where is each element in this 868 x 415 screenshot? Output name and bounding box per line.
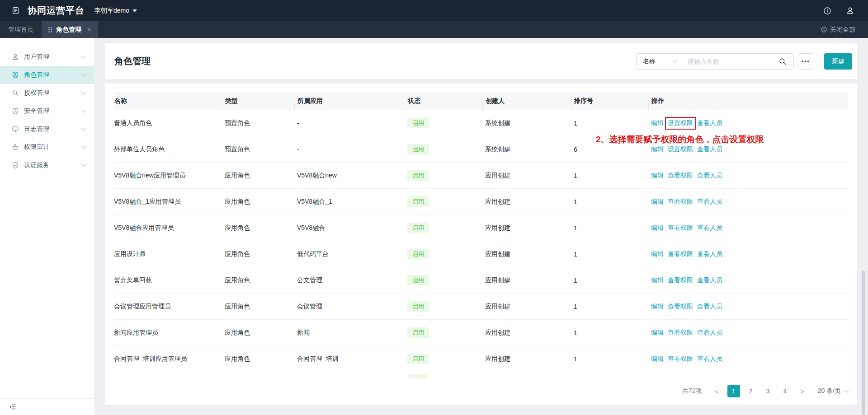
column-header-0: 名称 — [114, 97, 225, 105]
cell-app: V5V8融合_1 — [297, 198, 407, 206]
sidebar-item-2[interactable]: 授权管理 — [0, 84, 94, 102]
action-link[interactable]: 编辑 — [651, 224, 664, 232]
cell-type: 应用角色 — [225, 303, 297, 311]
cell-status: 启用 — [407, 170, 485, 181]
user-menu[interactable]: 李朝军demo — [94, 7, 137, 15]
status-badge: 启用 — [407, 301, 429, 312]
cell-creator: 应用创建 — [485, 329, 574, 337]
cell-actions: 编辑查看权限查看人员 — [651, 172, 848, 180]
chevron-down-icon — [81, 90, 86, 94]
sidebar-item-6[interactable]: 认证服务 — [0, 156, 94, 174]
toolbar-divider — [818, 58, 818, 65]
tab-close-icon[interactable]: ✕ — [87, 26, 92, 33]
next-page-button[interactable]: > — [796, 385, 809, 397]
info-icon[interactable] — [823, 7, 831, 15]
cell-name: 普通人员角色 — [114, 119, 225, 127]
action-link[interactable]: 查看人员 — [697, 145, 722, 154]
cell-app: - — [297, 146, 407, 153]
search-button[interactable] — [771, 54, 793, 69]
collapse-menu-icon[interactable] — [9, 403, 16, 410]
cell-status: 启用 — [407, 196, 485, 207]
action-link[interactable]: 查看权限 — [668, 198, 693, 206]
cell-order: 1 — [574, 329, 651, 336]
tab-home[interactable]: 管理首页 — [0, 21, 42, 38]
action-link[interactable]: 编辑 — [651, 172, 664, 180]
action-link[interactable]: 编辑 — [651, 119, 664, 127]
action-link[interactable]: 编辑 — [651, 329, 664, 337]
action-link[interactable]: 查看人员 — [697, 224, 722, 232]
cell-status: 启用 — [407, 275, 485, 286]
column-header-1: 类型 — [225, 97, 297, 105]
action-link[interactable]: 编辑 — [651, 355, 664, 363]
action-link[interactable]: 查看权限 — [668, 355, 693, 363]
action-link[interactable]: 编辑 — [651, 198, 664, 206]
cell-creator: 应用创建 — [485, 172, 574, 180]
action-link[interactable]: 查看人员 — [697, 119, 722, 127]
action-link[interactable]: 编辑 — [651, 276, 664, 284]
tab-role-management[interactable]: 角色管理 ✕ — [42, 21, 98, 38]
vertical-scrollbar[interactable] — [862, 271, 865, 415]
action-link[interactable]: 设置权限 — [668, 119, 693, 127]
sidebar-item-3[interactable]: 安全管理 — [0, 102, 94, 120]
sidebar-item-1[interactable]: 角色管理 — [0, 66, 94, 84]
cell-actions: 编辑查看权限查看人员 — [651, 355, 848, 363]
chevron-down-icon — [844, 388, 849, 392]
sidebar-item-label: 安全管理 — [24, 107, 82, 115]
search-icon — [778, 57, 787, 65]
create-button[interactable]: 新建 — [824, 53, 852, 70]
sidebar-item-4[interactable]: 日志管理 — [0, 120, 94, 138]
cell-type: 应用角色 — [225, 355, 297, 363]
filter-field-select[interactable]: 名称 — [637, 54, 682, 69]
action-link[interactable]: 查看人员 — [697, 355, 722, 363]
sidebar-item-5[interactable]: 权限审计 — [0, 138, 94, 156]
action-link[interactable]: 查看权限 — [668, 329, 693, 337]
toolbar: 名称 ••• 新建 — [636, 53, 852, 70]
page-button-3[interactable]: 3 — [762, 385, 774, 397]
cell-order: 1 — [574, 224, 651, 232]
action-link[interactable]: 查看权限 — [668, 250, 693, 258]
page-button-2[interactable]: 2 — [745, 385, 757, 397]
status-badge: 启用 — [407, 223, 429, 233]
action-link[interactable]: 编辑 — [651, 145, 664, 154]
column-header-3: 状态 — [407, 97, 485, 105]
action-link[interactable]: 查看人员 — [697, 276, 722, 284]
caret-down-icon — [132, 9, 137, 12]
action-link[interactable]: 设置权限 — [668, 145, 693, 154]
action-link[interactable]: 编辑 — [651, 250, 664, 258]
action-link[interactable]: 查看人员 — [697, 303, 722, 311]
cell-creator: 系统创建 — [485, 119, 574, 127]
cell-actions: 编辑查看权限查看人员 — [651, 250, 848, 258]
cell-app: 合同管理_培训 — [297, 355, 407, 363]
table-row: 暂弃菜单回收应用角色公文管理启用应用创建1编辑查看权限查看人员 — [114, 267, 848, 294]
search-input[interactable] — [682, 54, 771, 69]
cell-order: 1 — [574, 303, 651, 310]
cell-name: V5V8融合_1应用管理员 — [114, 198, 225, 206]
cell-status: 启用 — [407, 301, 485, 312]
sidebar-item-0[interactable]: 用户管理 — [0, 48, 94, 66]
prev-page-button[interactable]: < — [710, 385, 723, 397]
action-link[interactable]: 查看人员 — [697, 198, 722, 206]
action-link[interactable]: 编辑 — [651, 303, 664, 311]
cell-status: 启用 — [407, 223, 485, 233]
partial-next-row — [114, 372, 848, 378]
table-row: V5V8融合_1应用管理员应用角色V5V8融合_1启用应用创建1编辑查看权限查看… — [114, 189, 848, 215]
page-button-1[interactable]: 1 — [727, 385, 740, 397]
sidebar-item-label: 日志管理 — [24, 125, 82, 133]
action-link[interactable]: 查看权限 — [668, 172, 693, 180]
action-link[interactable]: 查看权限 — [668, 224, 693, 232]
chevron-down-icon — [81, 144, 86, 149]
action-link[interactable]: 查看人员 — [697, 329, 722, 337]
page-button-4[interactable]: 4 — [779, 385, 792, 397]
more-actions-button[interactable]: ••• — [798, 53, 813, 70]
sidebar-item-label: 授权管理 — [24, 89, 82, 97]
cell-app: V5V8融合 — [297, 224, 407, 232]
action-link[interactable]: 查看权限 — [668, 303, 693, 311]
action-link[interactable]: 查看人员 — [697, 250, 722, 258]
cell-creator: 应用创建 — [485, 355, 574, 363]
profile-icon[interactable] — [846, 6, 854, 15]
table-row: V5V8融合应用管理员应用角色V5V8融合启用应用创建1编辑查看权限查看人员 — [114, 215, 848, 241]
page-size-select[interactable]: 20 条/页 — [818, 387, 848, 395]
action-link[interactable]: 查看人员 — [697, 172, 722, 180]
close-all-button[interactable]: 关闭全部 — [821, 21, 868, 38]
action-link[interactable]: 查看权限 — [668, 276, 693, 284]
